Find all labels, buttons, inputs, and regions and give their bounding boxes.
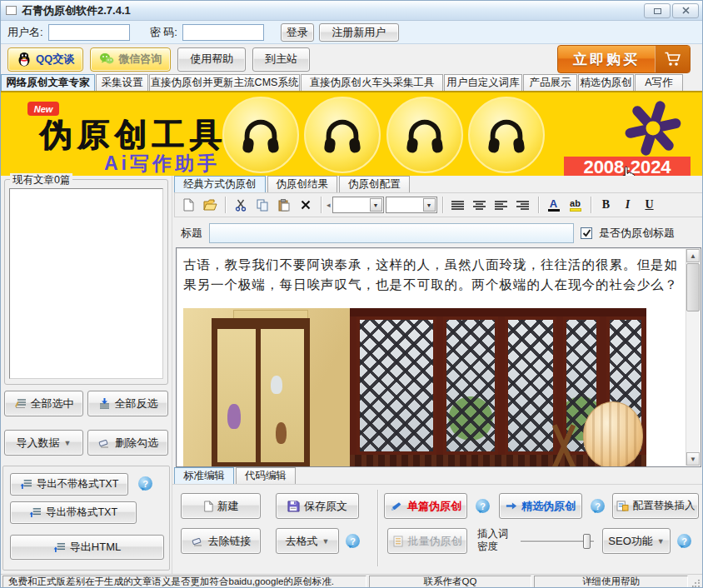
lattice-panel bbox=[356, 316, 436, 455]
single-rewrite-button[interactable]: 单篇伪原创 bbox=[384, 493, 467, 519]
new-document-icon[interactable] bbox=[178, 196, 198, 214]
close-button[interactable] bbox=[672, 3, 699, 18]
rewrite-title-checkbox[interactable] bbox=[581, 227, 592, 239]
cart-section[interactable] bbox=[655, 46, 690, 72]
cut-icon[interactable] bbox=[231, 196, 251, 214]
minimize-button[interactable] bbox=[644, 3, 671, 18]
export-icon bbox=[53, 542, 66, 553]
separator bbox=[377, 523, 378, 566]
nav-tab-collect-settings[interactable]: 采集设置 bbox=[96, 74, 148, 91]
nav-tab-a-writing[interactable]: A写作 bbox=[635, 74, 683, 91]
nav-tab-cms-update[interactable]: 直接伪原创并更新主流CMS系统 bbox=[149, 74, 300, 91]
arrow-right-icon bbox=[506, 501, 517, 511]
help-balloon-icon[interactable]: ? bbox=[138, 476, 152, 491]
dropdown-icon[interactable]: ▼ bbox=[370, 198, 382, 212]
qq-chat-button[interactable]: QQ交谈 bbox=[7, 47, 83, 72]
nav-tab-product-display[interactable]: 产品展示 bbox=[523, 74, 577, 91]
align-justify-icon[interactable] bbox=[448, 196, 468, 214]
batch-rewrite-button[interactable]: 批量伪原创 bbox=[387, 528, 467, 554]
left-panel: 现有文章0篇 全部选中 全部反选 导入数据 ▼ 删除勾选 导出不带格式TXT ? bbox=[1, 176, 172, 574]
help-button[interactable]: 使用帮助 bbox=[177, 47, 246, 72]
buy-now-label: 立即购买 bbox=[558, 46, 655, 72]
login-row: 用户名: 密 码: 登录 注册新用户 bbox=[1, 21, 702, 44]
invert-selection-button[interactable]: 全部反选 bbox=[87, 391, 168, 416]
seo-label: SEO功能 bbox=[608, 534, 652, 549]
open-file-icon[interactable] bbox=[200, 196, 220, 214]
help-balloon-icon[interactable]: ? bbox=[677, 534, 691, 548]
scroll-thumb[interactable] bbox=[686, 263, 700, 311]
align-center-icon[interactable] bbox=[470, 196, 490, 214]
scroll-up-button[interactable]: ▲ bbox=[686, 249, 700, 262]
seo-button[interactable]: SEO功能 ▼ bbox=[602, 528, 671, 554]
resize-grip[interactable] bbox=[691, 576, 701, 588]
lattice-panel bbox=[443, 316, 498, 455]
slider-handle[interactable] bbox=[583, 534, 591, 549]
font-family-select[interactable]: ▼ bbox=[332, 197, 384, 213]
align-left-icon[interactable] bbox=[491, 196, 511, 214]
export-group: 导出不带格式TXT ? 导出带格式TXT 导出HTML bbox=[2, 466, 170, 571]
config-replace-insert-button[interactable]: 配置替换插入 bbox=[612, 493, 699, 519]
dropdown-icon[interactable]: ▼ bbox=[423, 198, 436, 212]
contact-author-button[interactable]: 联系作者QQ bbox=[369, 576, 531, 588]
article-text[interactable]: 古语，教导我们不要阿谀奉承，这样的人，虽然八面玲珑，往往活的很累。但是如果另一个… bbox=[183, 255, 679, 295]
tab-standard-edit[interactable]: 标准编辑 bbox=[174, 467, 234, 484]
export-html-button[interactable]: 导出HTML bbox=[10, 535, 164, 560]
toolbar-overflow-icon[interactable]: ◂ bbox=[327, 201, 331, 209]
username-input[interactable] bbox=[48, 24, 130, 41]
tab-code-edit[interactable]: 代码编辑 bbox=[236, 467, 296, 484]
articles-listbox[interactable] bbox=[9, 188, 163, 379]
new-button[interactable]: 新建 bbox=[181, 493, 261, 519]
tab-rewrite-config[interactable]: 伪原创配置 bbox=[339, 176, 410, 192]
articles-groupbox: 现有文章0篇 bbox=[4, 179, 168, 385]
help-balloon-icon[interactable]: ? bbox=[476, 499, 490, 513]
help-balloon-icon[interactable]: ? bbox=[591, 499, 605, 513]
article-editor[interactable]: 古语，教导我们不要阿谀奉承，这样的人，虽然八面玲珑，往往活的很累。但是如果另一个… bbox=[176, 247, 701, 467]
export-formatted-txt-button[interactable]: 导出带格式TXT bbox=[10, 501, 137, 524]
nav-tab-article-expert[interactable]: 网络原创文章专家 bbox=[1, 74, 95, 91]
title-bar[interactable]: 石青伪原创软件2.7.4.1 bbox=[1, 1, 702, 21]
select-all-button[interactable]: 全部选中 bbox=[4, 391, 83, 416]
scroll-down-button[interactable]: ▼ bbox=[686, 452, 700, 466]
login-button[interactable]: 登录 bbox=[281, 23, 314, 42]
password-input[interactable] bbox=[182, 24, 264, 41]
rewrite-title-checkbox-label: 是否伪原创标题 bbox=[599, 226, 675, 241]
density-slider[interactable] bbox=[521, 533, 594, 550]
delete-checked-button[interactable]: 删除勾选 bbox=[87, 430, 168, 456]
underline-button[interactable]: U bbox=[640, 196, 660, 214]
highlight-icon[interactable]: ab bbox=[566, 196, 586, 214]
save-original-button[interactable]: 保存原文 bbox=[276, 493, 359, 519]
main-site-button[interactable]: 到主站 bbox=[252, 47, 310, 72]
action-button-area: 新建 保存原文 单篇伪原创 ? 精选伪原创 ? 配置替换插入 bbox=[172, 484, 703, 574]
font-color-icon[interactable]: A bbox=[544, 196, 564, 214]
wechat-button[interactable]: 微信咨询 bbox=[90, 47, 171, 72]
nav-tab-locomotive-tool[interactable]: 直接伪原创火车头采集工具 bbox=[301, 74, 443, 91]
editor-scrollbar[interactable]: ▲ ▼ bbox=[686, 249, 700, 466]
remove-links-button[interactable]: 去除链接 bbox=[181, 528, 261, 554]
detailed-help-button[interactable]: 详细使用帮助 bbox=[534, 576, 688, 588]
highlight-letters: ab bbox=[570, 199, 581, 208]
export-plain-txt-button[interactable]: 导出不带格式TXT bbox=[10, 473, 128, 496]
font-size-select[interactable]: ▼ bbox=[386, 197, 437, 213]
nav-tab-featured-rewrite[interactable]: 精选伪原创 bbox=[578, 74, 634, 91]
cart-icon bbox=[664, 51, 682, 67]
density-label-line1: 插入词 bbox=[477, 528, 509, 540]
register-button[interactable]: 注册新用户 bbox=[319, 23, 399, 42]
grip-icon bbox=[692, 580, 701, 588]
import-data-button[interactable]: 导入数据 ▼ bbox=[4, 430, 83, 456]
italic-button[interactable]: I bbox=[618, 196, 638, 214]
delete-icon[interactable] bbox=[296, 196, 316, 214]
tab-rewrite-result[interactable]: 伪原创结果 bbox=[267, 176, 338, 192]
paste-icon[interactable] bbox=[274, 196, 294, 214]
density-label: 插入词 密度 bbox=[477, 528, 509, 553]
align-right-icon[interactable] bbox=[513, 196, 533, 214]
photo-shelf bbox=[212, 318, 310, 467]
bold-button[interactable]: B bbox=[596, 196, 616, 214]
copy-icon[interactable] bbox=[252, 196, 272, 214]
remove-format-button[interactable]: 去格式 ▼ bbox=[276, 528, 339, 554]
tab-classic-rewrite[interactable]: 经典方式伪原创 bbox=[174, 176, 266, 192]
nav-tab-custom-dictionary[interactable]: 用户自定义词库 bbox=[444, 74, 522, 91]
featured-rewrite-button[interactable]: 精选伪原创 bbox=[499, 493, 582, 519]
buy-now-button[interactable]: 立即购买 bbox=[557, 45, 691, 73]
help-balloon-icon[interactable]: ? bbox=[346, 534, 360, 548]
article-title-input[interactable] bbox=[209, 223, 574, 243]
